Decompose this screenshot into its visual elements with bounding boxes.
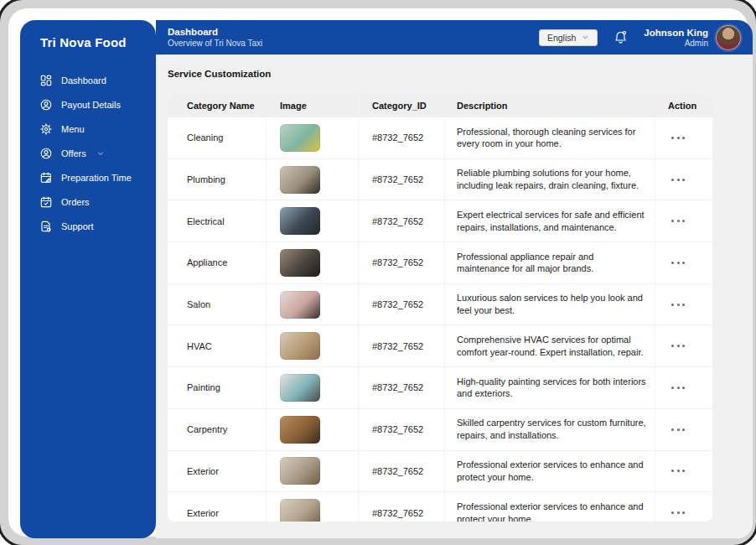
table-row: Plumbing #8732_7652 Reliable plumbing so… [168, 158, 712, 200]
row-actions-button[interactable] [668, 423, 688, 436]
row-actions-button[interactable] [668, 215, 688, 227]
gear-icon [39, 122, 53, 136]
sidebar-item-preparation-time[interactable]: Preparation Time [20, 165, 156, 189]
category-image [280, 291, 320, 319]
ellipsis-icon [682, 345, 685, 347]
ellipsis-icon [671, 511, 674, 514]
avatar[interactable] [716, 25, 741, 50]
row-actions-button[interactable] [668, 298, 688, 311]
page-title: Dashboard [168, 27, 262, 37]
category-name: Plumbing [187, 174, 225, 184]
chevron-down-icon [582, 34, 589, 41]
category-id: #8732_7652 [372, 174, 423, 184]
language-selected: English [547, 33, 576, 43]
row-actions-button[interactable] [668, 465, 688, 477]
category-image [280, 166, 320, 194]
sidebar-item-support[interactable]: Support [20, 214, 156, 238]
category-description: Skilled carpentry services for custom fu… [457, 417, 646, 442]
sidebar: Tri Nova Food Dashboard Payout Details M… [20, 20, 156, 538]
row-actions-button[interactable] [668, 340, 688, 352]
category-description: Comprehensive HVAC services for optimal … [457, 334, 646, 359]
category-name: Exterior [187, 466, 219, 476]
section-title: Service Customization [168, 69, 753, 79]
category-id: #8732_7652 [372, 466, 423, 476]
notifications-button[interactable] [613, 29, 629, 45]
sidebar-item-label: Support [61, 221, 94, 231]
ellipsis-icon [677, 511, 680, 514]
category-image [280, 374, 320, 402]
ellipsis-icon [677, 179, 680, 181]
ellipsis-icon [671, 387, 674, 389]
ellipsis-icon [671, 220, 674, 222]
categories-table: Category Name Image Category_ID Descript… [168, 95, 712, 522]
ellipsis-icon [677, 387, 680, 389]
app-card: Tri Nova Food Dashboard Payout Details M… [8, 8, 748, 537]
row-actions-button[interactable] [668, 132, 688, 144]
row-actions-button[interactable] [668, 382, 688, 394]
category-name: HVAC [187, 341, 212, 351]
category-image [280, 457, 320, 485]
ellipsis-icon [677, 345, 680, 347]
category-name: Cleaning [187, 132, 223, 143]
ellipsis-icon [677, 137, 680, 139]
category-id: #8732_7652 [372, 257, 423, 267]
column-header-category-name: Category Name [168, 95, 266, 117]
column-header-image: Image [266, 95, 358, 117]
table-row: Carpentry #8732_7652 Skilled carpentry s… [168, 408, 712, 450]
ellipsis-icon [682, 470, 685, 472]
category-id: #8732_7652 [372, 216, 423, 226]
user-name: Johnson King [644, 28, 708, 38]
ellipsis-icon [682, 220, 685, 222]
column-header-action: Action [655, 95, 712, 117]
sidebar-item-dashboard[interactable]: Dashboard [20, 68, 156, 92]
category-name: Exterior [187, 508, 219, 518]
category-image [280, 124, 320, 152]
document-badge-icon [39, 220, 53, 233]
ellipsis-icon [671, 179, 674, 181]
sidebar-item-orders[interactable]: Orders [20, 189, 156, 214]
ellipsis-icon [682, 262, 685, 264]
header-right: English Johnson King Admin [539, 25, 741, 50]
ellipsis-icon [677, 220, 680, 222]
dashboard-icon [39, 74, 53, 87]
language-dropdown[interactable]: English [539, 29, 598, 46]
table-row: Salon #8732_7652 Luxurious salon service… [168, 283, 712, 325]
row-actions-button[interactable] [668, 174, 688, 186]
sidebar-item-label: Orders [61, 197, 90, 207]
sidebar-item-label: Payout Details [61, 100, 121, 110]
category-id: #8732_7652 [372, 382, 423, 392]
ellipsis-icon [677, 304, 680, 306]
chevron-down-icon [96, 149, 105, 158]
category-name: Painting [187, 382, 220, 392]
main-content: Service Customization Category Name Imag… [156, 54, 753, 538]
sidebar-item-label: Dashboard [61, 75, 106, 86]
table-header-row: Category Name Image Category_ID Descript… [168, 95, 712, 117]
column-header-category-id: Category_ID [358, 95, 444, 117]
sidebar-item-menu[interactable]: Menu [20, 117, 156, 141]
sidebar-item-payout-details[interactable]: Payout Details [20, 92, 156, 117]
table-row: Exterior #8732_7652 Professional exterio… [168, 491, 712, 522]
table-row: Appliance #8732_7652 Professional applia… [168, 241, 712, 283]
table-row: Electrical #8732_7652 Expert electrical … [168, 200, 712, 241]
category-description: Luxurious salon services to help you loo… [457, 292, 646, 317]
calendar-check-icon [39, 195, 53, 209]
sidebar-item-offers[interactable]: Offers [20, 141, 156, 165]
category-id: #8732_7652 [372, 341, 423, 351]
calendar-edit-icon [39, 171, 53, 184]
column-header-description: Description [444, 95, 655, 117]
ellipsis-icon [671, 137, 674, 139]
ellipsis-icon [682, 137, 685, 139]
header-titles: Dashboard Overview of Tri Nova Taxi [168, 27, 262, 48]
table-row: HVAC #8732_7652 Comprehensive HVAC servi… [168, 324, 712, 366]
row-actions-button[interactable] [668, 506, 688, 519]
row-actions-button[interactable] [668, 257, 688, 269]
user-menu[interactable]: Johnson King Admin [644, 25, 741, 50]
category-description: Expert electrical services for safe and … [457, 209, 646, 234]
sidebar-item-label: Preparation Time [61, 173, 132, 183]
ellipsis-icon [671, 304, 674, 306]
user-text: Johnson King Admin [644, 28, 708, 48]
app-window: Tri Nova Food Dashboard Payout Details M… [0, 0, 756, 545]
category-id: #8732_7652 [372, 132, 423, 143]
category-name: Carpentry [187, 424, 227, 434]
ellipsis-icon [677, 262, 680, 264]
